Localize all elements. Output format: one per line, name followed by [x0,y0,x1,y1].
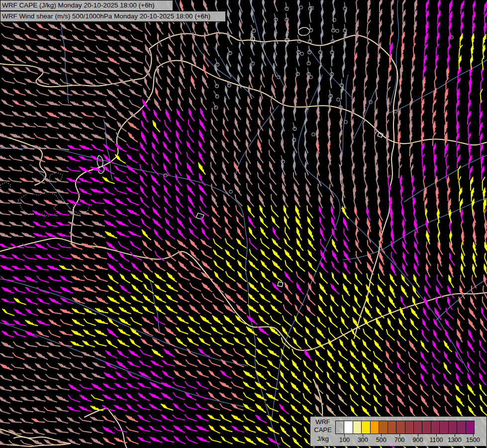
border-path [149,33,397,117]
city-marker [344,120,347,123]
legend-color-cell [370,421,379,434]
legend-color-cell [361,421,370,434]
wind-barb-group [0,0,417,446]
legend-color-cell [448,421,457,434]
city-marker [336,29,339,32]
river-path [272,75,340,421]
border-path [354,117,394,338]
city-marker [309,76,312,79]
legend-tick-label: 1100 [429,437,443,444]
city-marker [337,98,340,101]
legend-tick-label: 300 [358,437,368,444]
border-path [0,49,151,87]
country-borders-layer [0,33,487,448]
city-marker [299,6,302,9]
lake-outline [278,282,283,287]
title-wind-shear: WRF Wind shear (m/s) 500/1000hPa Monday … [0,11,226,22]
lake-outline [196,213,204,220]
map-canvas [0,0,487,448]
urban-area-outline [50,172,63,182]
river-path [343,198,487,260]
legend-tick-label: 500 [376,437,387,444]
lake-outline [298,27,310,35]
legend-color-cell [457,421,466,434]
legend-color-cell [466,421,475,434]
legend-label-cape: CAPE [310,426,335,434]
city-marker [300,52,303,55]
legend-color-cell [396,421,405,434]
legend-color-cell [405,421,414,434]
border-path [14,437,35,441]
legend-color-cell [353,421,362,434]
river-path [404,155,487,202]
river-path [436,279,487,321]
legend-color-cell [431,421,440,434]
legend-color-cell [379,421,388,434]
city-marker [229,190,232,193]
city-markers-layer [164,6,453,193]
border-path [86,61,487,172]
legend-color-cell [413,421,422,434]
weather-map: WRF CAPE (J/kg) Monday 20-10-2025 18:00 … [0,0,487,448]
cape-legend: WRF CAPE J/kg 10030050070090011001300150… [310,416,487,447]
title-cape: WRF CAPE (J/kg) Monday 20-10-2025 18:00 … [0,0,173,11]
legend-color-cell [439,421,448,434]
wind-barb-group [2,33,487,448]
calm-station-group [213,2,347,163]
legend-color-cell [388,421,396,434]
legend-color-cell [344,421,353,434]
legend-tick-label: 1500 [466,437,480,444]
legend-color-cell [422,421,431,434]
legend-tick-label: 700 [394,437,405,444]
title-wind-shear-text: WRF Wind shear (m/s) 500/1000hPa Monday … [2,12,210,20]
legend-tick-label: 900 [413,437,423,444]
wind-barbs-layer [0,0,487,448]
river-path [250,0,284,86]
city-marker [312,133,315,136]
legend-colorbar [335,421,475,434]
wind-barb-group [215,0,347,175]
wind-barb-group [314,383,347,417]
legend-label-wrf: WRF [310,418,335,426]
legend-color-cell [335,421,344,434]
legend-label-unit: J/kg [310,435,335,443]
title-cape-text: WRF CAPE (J/kg) Monday 20-10-2025 18:00 … [2,1,155,9]
legend-tick-label: 100 [339,437,350,444]
legend-tick-label: 1300 [448,437,462,444]
